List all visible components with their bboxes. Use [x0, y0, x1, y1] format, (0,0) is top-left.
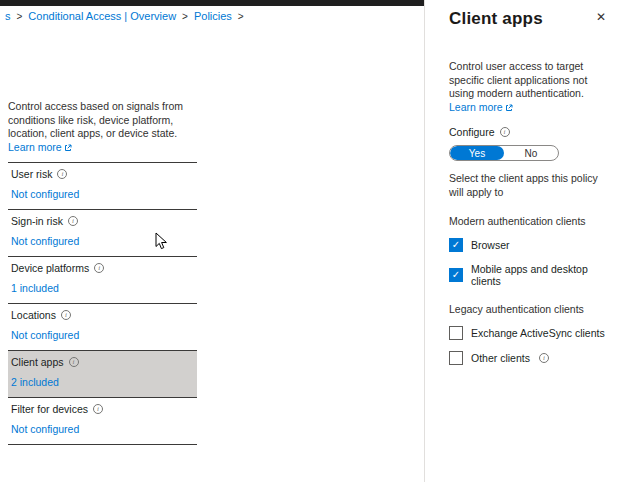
close-icon[interactable]: ✕ — [592, 9, 610, 25]
conditions-intro: Control access based on signals from con… — [8, 100, 183, 139]
condition-value-link[interactable]: Not configured — [11, 235, 79, 247]
info-icon[interactable]: i — [93, 404, 103, 414]
condition-value-link[interactable]: 1 included — [11, 282, 59, 294]
checkbox-label: Mobile apps and desktop clients — [471, 263, 610, 287]
toggle-yes-option[interactable]: Yes — [450, 146, 504, 160]
info-icon[interactable]: i — [68, 216, 78, 226]
condition-label: Filter for devices — [11, 403, 88, 415]
condition-label: Device platforms — [11, 262, 89, 274]
select-client-apps-prompt: Select the client apps this policy will … — [449, 172, 607, 199]
condition-value-link[interactable]: Not configured — [11, 423, 79, 435]
condition-list: User riski Not configured Sign-in riski … — [8, 162, 197, 445]
condition-value-link[interactable]: Not configured — [11, 329, 79, 341]
check-icon: ✓ — [452, 240, 460, 250]
checkbox-label: Browser — [471, 239, 510, 251]
flyout-learn-more-link[interactable]: Learn more — [449, 101, 503, 113]
external-link-icon — [64, 142, 72, 156]
breadcrumb-separator: > — [182, 11, 188, 22]
checkbox-other-clients[interactable]: ✓ Other clients i — [449, 351, 610, 365]
condition-sign-in-risk[interactable]: Sign-in riski Not configured — [8, 209, 197, 256]
modern-auth-heading: Modern authentication clients — [449, 215, 610, 227]
flyout-title: Client apps — [449, 9, 543, 29]
azure-portal-screen: s > Conditional Access | Overview > Poli… — [0, 0, 624, 482]
condition-value-link[interactable]: Not configured — [11, 188, 79, 200]
checkbox-icon[interactable]: ✓ — [449, 326, 463, 340]
checkbox-icon[interactable]: ✓ — [449, 238, 463, 252]
breadcrumb-separator: > — [17, 11, 23, 22]
condition-label: Client apps — [11, 356, 64, 368]
condition-client-apps[interactable]: Client appsi 2 included — [8, 350, 197, 397]
condition-label: Locations — [11, 309, 56, 321]
condition-user-risk[interactable]: User riski Not configured — [8, 162, 197, 209]
info-icon[interactable]: i — [69, 357, 79, 367]
info-icon[interactable]: i — [57, 169, 67, 179]
info-icon[interactable]: i — [500, 127, 510, 137]
flyout-header: Client apps ✕ — [449, 9, 610, 29]
checkbox-exchange-activesync-clients[interactable]: ✓ Exchange ActiveSync clients — [449, 326, 610, 340]
condition-filter-for-devices[interactable]: Filter for devicesi Not configured — [8, 397, 197, 444]
checkbox-icon[interactable]: ✓ — [449, 351, 463, 365]
condition-device-platforms[interactable]: Device platformsi 1 included — [8, 256, 197, 303]
flyout-description-text: Control user access to target specific c… — [449, 60, 587, 99]
info-icon[interactable]: i — [61, 310, 71, 320]
legacy-auth-heading: Legacy authentication clients — [449, 303, 610, 315]
conditions-panel: Control access based on signals from con… — [8, 100, 197, 445]
conditions-intro-text: Control access based on signals from con… — [8, 100, 197, 155]
breadcrumb-prefix-link[interactable]: s — [5, 10, 11, 22]
external-link-icon — [505, 102, 513, 116]
breadcrumb-separator: > — [238, 11, 244, 22]
checkbox-browser[interactable]: ✓ Browser — [449, 238, 610, 252]
condition-value-link[interactable]: 2 included — [11, 376, 59, 388]
condition-label: Sign-in risk — [11, 215, 63, 227]
flyout-description: Control user access to target specific c… — [449, 60, 611, 115]
info-icon[interactable]: i — [539, 353, 549, 363]
check-icon: ✓ — [452, 270, 460, 280]
conditions-learn-more-link[interactable]: Learn more — [8, 141, 62, 153]
info-icon[interactable]: i — [94, 263, 104, 273]
condition-label: User risk — [11, 168, 52, 180]
client-apps-flyout: Client apps ✕ Control user access to tar… — [424, 0, 624, 482]
configure-label: Configure — [449, 126, 495, 138]
top-chrome-strip — [0, 0, 425, 6]
checkbox-label: Other clients — [471, 352, 530, 364]
breadcrumb-conditional-access-link[interactable]: Conditional Access | Overview — [28, 10, 176, 22]
checkbox-mobile-apps-desktop-clients[interactable]: ✓ Mobile apps and desktop clients — [449, 263, 610, 287]
breadcrumb: s > Conditional Access | Overview > Poli… — [5, 10, 244, 22]
configure-toggle[interactable]: Yes No — [449, 145, 559, 161]
condition-locations[interactable]: Locationsi Not configured — [8, 303, 197, 350]
checkbox-icon[interactable]: ✓ — [449, 268, 463, 282]
checkbox-label: Exchange ActiveSync clients — [471, 327, 605, 339]
configure-label-row: Configure i — [449, 126, 610, 138]
breadcrumb-policies-link[interactable]: Policies — [194, 10, 232, 22]
toggle-no-option[interactable]: No — [504, 146, 558, 160]
